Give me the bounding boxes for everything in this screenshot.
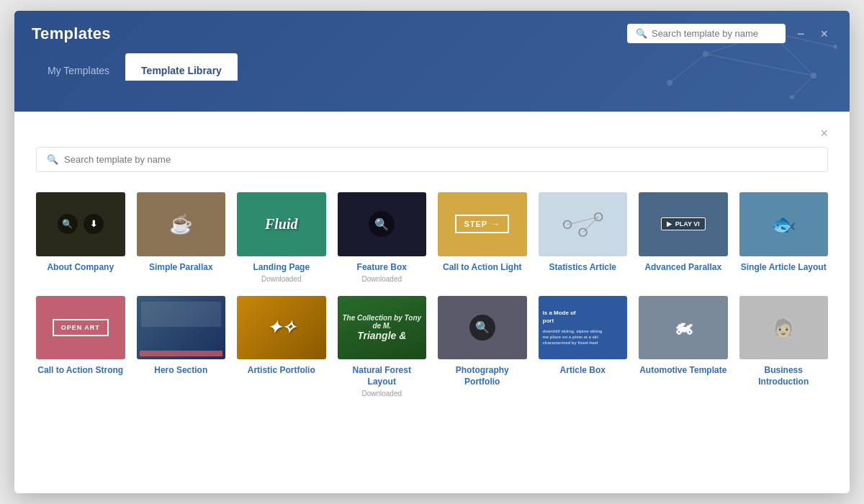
minimize-button[interactable]: − <box>793 24 809 43</box>
template-natural-forest[interactable]: The Collection by Tony de M. Triangle & … <box>338 296 427 397</box>
content-area: × 🔍 🔍 ⬇ About Company <box>14 112 850 493</box>
coffee-icon: ☕ <box>169 213 192 235</box>
template-cta-strong[interactable]: OPEN ART Call to Action Strong <box>36 296 125 397</box>
artistic-text: ✦✧ <box>267 318 296 338</box>
template-name: Feature Box <box>357 262 407 274</box>
business-icon: 🧓 <box>773 318 794 338</box>
template-landing-page[interactable]: Fluid Landing Page Downloaded <box>237 192 326 283</box>
template-name: Call to Action Light <box>443 262 522 274</box>
play-overlay: ▶ PLAY VI <box>661 217 706 230</box>
template-name: About Company <box>47 262 114 274</box>
template-photo-portfolio[interactable]: 🔍 Photography Portfolio <box>438 296 527 397</box>
template-simple-parallax[interactable]: ☕ Simple Parallax <box>137 192 226 283</box>
modal-header: Templates 🔍 − × My Templates Template Li… <box>14 11 850 112</box>
template-sub: Downloaded <box>261 275 302 283</box>
template-name: Automotive Template <box>639 365 726 377</box>
template-name: Article Box <box>560 365 606 377</box>
article-text: is a Mode ofport <box>543 309 576 325</box>
template-grid-row1: 🔍 ⬇ About Company ☕ Simple Parallax <box>36 192 828 283</box>
main-search-bar[interactable]: 🔍 <box>36 147 828 172</box>
template-feature-box[interactable]: 🔍 Feature Box Downloaded <box>338 192 427 283</box>
template-grid-row2: OPEN ART Call to Action Strong Hero Sect… <box>36 296 828 397</box>
template-advanced-parallax[interactable]: ▶ PLAY VI Advanced Parallax <box>639 192 728 283</box>
template-name: Photography Portfolio <box>438 365 527 387</box>
header-search-icon: 🔍 <box>636 28 647 39</box>
template-single-article[interactable]: 🐟 Single Article Layout <box>739 192 829 283</box>
article-body: downhill skiing, alpine skiingme place o… <box>543 328 603 346</box>
hero-bar <box>140 351 223 356</box>
svg-point-5 <box>833 45 837 49</box>
template-name: Simple Parallax <box>149 262 213 274</box>
fluid-text: Fluid <box>265 216 298 233</box>
template-hero-section[interactable]: Hero Section <box>137 296 226 397</box>
template-article-box[interactable]: is a Mode ofport downhill skiing, alpine… <box>539 296 628 397</box>
template-name: Artistic Portfolio <box>248 365 315 377</box>
header-search-input[interactable] <box>652 28 777 39</box>
hero-content <box>141 302 222 328</box>
open-art-btn: OPEN ART <box>53 319 109 336</box>
window-close-button[interactable]: × <box>816 24 832 43</box>
template-name: Advanced Parallax <box>644 262 721 274</box>
modal-window: Templates 🔍 − × My Templates Template Li… <box>14 11 850 493</box>
moto-icon: 🏍 <box>674 316 693 338</box>
search-icon: 🔍 <box>58 214 78 234</box>
step-label: STEP <box>464 220 487 228</box>
fish-icon: 🐟 <box>771 212 796 236</box>
svg-line-15 <box>567 217 598 225</box>
template-cta-light[interactable]: STEP → Call to Action Light <box>438 192 527 283</box>
template-automotive[interactable]: 🏍 Automotive Template <box>639 296 728 397</box>
content-close-button[interactable]: × <box>820 126 828 141</box>
tab-template-library[interactable]: Template Library <box>125 53 238 81</box>
template-name: Call to Action Strong <box>37 365 123 377</box>
template-name: Statistics Article <box>549 262 616 274</box>
template-statistics[interactable]: Statistics Article <box>539 192 628 283</box>
template-name: Landing Page <box>253 262 310 274</box>
content-top-bar: × <box>36 126 828 141</box>
window-title: Templates <box>32 24 111 43</box>
download-icon: ⬇ <box>84 214 104 234</box>
template-name: Single Article Layout <box>741 262 827 274</box>
template-artistic-portfolio[interactable]: ✦✧ Artistic Portfolio <box>237 296 326 397</box>
template-about-company[interactable]: 🔍 ⬇ About Company <box>36 192 125 283</box>
svg-point-4 <box>790 95 794 99</box>
template-business-intro[interactable]: 🧓 Business Introduction <box>739 296 829 397</box>
header-top-bar: Templates 🔍 − × <box>32 11 832 53</box>
template-name: Hero Section <box>154 365 207 377</box>
tab-my-templates[interactable]: My Templates <box>32 53 125 81</box>
svg-point-3 <box>667 80 672 86</box>
template-name: Business Introduction <box>739 365 829 387</box>
template-name: Natural Forest Layout <box>338 365 427 387</box>
template-sub: Downloaded <box>361 275 402 283</box>
tab-bar: My Templates Template Library <box>32 53 832 81</box>
header-search-bar[interactable]: 🔍 <box>627 24 786 43</box>
main-search-input[interactable] <box>64 154 817 165</box>
template-sub: Downloaded <box>361 390 402 397</box>
header-controls: 🔍 − × <box>627 24 832 43</box>
forest-text: The Collection by Tony de M. Triangle & <box>338 311 427 344</box>
main-search-icon: 🔍 <box>47 154 58 165</box>
photo-search-icon: 🔍 <box>469 315 495 341</box>
search-icon: 🔍 <box>369 211 395 237</box>
